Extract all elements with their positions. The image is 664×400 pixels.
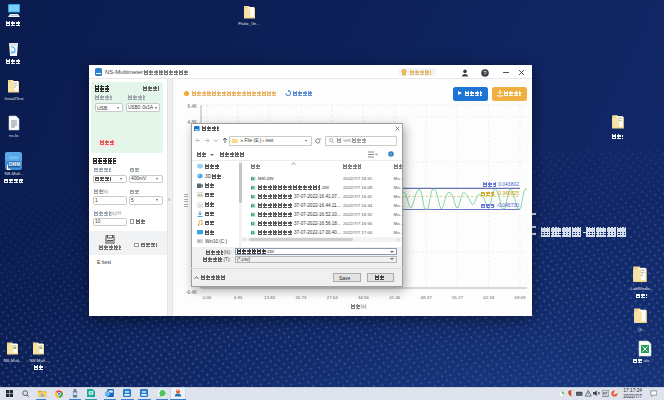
svg-text:-6.4K: -6.4K bbox=[186, 290, 198, 295]
svg-text:41.46: 41.46 bbox=[389, 295, 401, 300]
svg-text:0.00: 0.00 bbox=[203, 295, 212, 300]
svg-text:DMM: DMM bbox=[9, 162, 20, 167]
svg-text:6.91: 6.91 bbox=[234, 295, 243, 300]
svg-text:1000: 1000 bbox=[9, 155, 19, 160]
svg-text:13.82: 13.82 bbox=[264, 295, 276, 300]
svg-text:6.4K: 6.4K bbox=[188, 104, 198, 109]
svg-text:55.27: 55.27 bbox=[452, 295, 464, 300]
svg-text:27.64: 27.64 bbox=[327, 295, 339, 300]
svg-text:62.18: 62.18 bbox=[483, 295, 495, 300]
svg-text:48.37: 48.37 bbox=[421, 295, 433, 300]
svg-text:: -0.045730: : -0.045730 bbox=[494, 202, 520, 208]
svg-text:20.73: 20.73 bbox=[295, 295, 307, 300]
svg-text:69.09: 69.09 bbox=[515, 295, 527, 300]
svg-text:?: ? bbox=[390, 152, 392, 157]
svg-text:34.56: 34.56 bbox=[358, 295, 370, 300]
svg-text:: -0.345825: : -0.345825 bbox=[494, 190, 520, 196]
